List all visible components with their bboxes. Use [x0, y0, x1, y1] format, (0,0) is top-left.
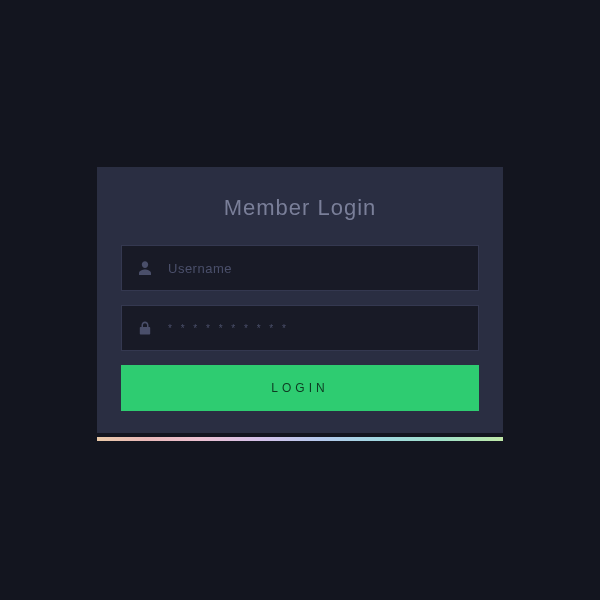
username-placeholder: Username: [168, 261, 232, 276]
password-field[interactable]: * * * * * * * * * *: [121, 305, 479, 351]
username-field[interactable]: Username: [121, 245, 479, 291]
login-card: Member Login Username * * * * * * * * * …: [97, 167, 503, 433]
accent-strip: [97, 437, 503, 441]
login-title: Member Login: [121, 195, 479, 221]
login-button-label: LOGIN: [271, 381, 328, 395]
lock-icon: [136, 321, 154, 335]
password-value: * * * * * * * * * *: [168, 323, 289, 334]
login-button[interactable]: LOGIN: [121, 365, 479, 411]
user-icon: [136, 261, 154, 275]
